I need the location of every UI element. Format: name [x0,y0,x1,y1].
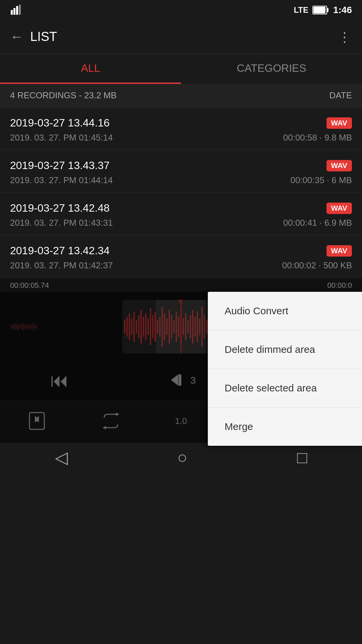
recording-meta-2: 00:00:35 · 6 MB [290,175,352,185]
dropdown-delete-selected[interactable]: Delete selected area [208,369,362,408]
page-title: LIST [30,30,338,44]
recording-meta-3: 00:00:41 · 6.9 MB [283,218,352,228]
dropdown-merge[interactable]: Merge [208,408,362,446]
battery-icon [312,5,329,15]
status-bar-right: LTE 1:46 [294,5,352,15]
lte-indicator: LTE [294,5,308,15]
back-button[interactable]: ← [10,29,23,44]
status-bar-left [10,4,22,16]
waveform-end-time: 00:00:0 [327,281,352,290]
nav-bar: ◁ ○ □ [0,441,362,474]
dropdown-audio-convert[interactable]: Audio Convert [208,292,362,330]
svg-rect-1 [13,8,15,15]
wav-badge-2: WAV [326,160,352,171]
recording-item-1[interactable]: 2019-03-27 13.44.16 WAV 2019. 03. 27. PM… [0,107,362,150]
date-label: DATE [329,90,352,101]
recording-name-2: 2019-03-27 13.43.37 [10,159,110,172]
dropdown-delete-dimmed[interactable]: Delete dimmed area [208,330,362,369]
svg-rect-2 [16,6,18,15]
svg-rect-3 [19,5,21,15]
recording-meta-1: 00:00:58 · 9.8 MB [283,132,352,143]
tabs: ALL CATEGORIES [0,54,362,84]
recording-item-2[interactable]: 2019-03-27 13.43.37 WAV 2019. 03. 27. PM… [0,150,362,193]
recording-date-4: 2019. 03. 27. PM 01:42:37 [10,260,113,271]
back-nav-button[interactable]: ◁ [55,448,68,467]
recording-date-2: 2019. 03. 27. PM 01:44:14 [10,175,113,185]
dropdown-menu: Audio Convert Delete dimmed area Delete … [208,292,362,446]
wav-badge-3: WAV [326,203,352,214]
recording-item-4[interactable]: 2019-03-27 13.42.34 WAV 2019. 03. 27. PM… [0,235,362,278]
dropdown-overlay [0,292,208,443]
recording-date-3: 2019. 03. 27. PM 01:43:31 [10,218,113,228]
menu-button[interactable]: ⋮ [338,29,352,45]
home-nav-button[interactable]: ○ [177,448,187,467]
wav-badge-1: WAV [326,117,352,129]
svg-rect-0 [11,10,13,15]
waveform-times: 00:00:05.74 00:00:0 [0,278,362,293]
tab-categories[interactable]: CATEGORIES [181,54,362,84]
waveform-start-time: 00:00:05.74 [10,281,49,290]
recording-item-3[interactable]: 2019-03-27 13.42.48 WAV 2019. 03. 27. PM… [0,193,362,235]
recordings-count: 4 RECORDINGS - 23.2 MB [10,90,117,101]
recording-meta-4: 00:00:02 · 500 KB [282,260,352,271]
signal-icon [10,4,22,16]
recording-name-3: 2019-03-27 13.42.48 [10,202,110,214]
recent-nav-button[interactable]: □ [297,448,307,467]
svg-rect-6 [313,7,325,13]
svg-rect-5 [327,8,328,12]
status-bar: LTE 1:46 [0,0,362,20]
wav-badge-4: WAV [326,245,352,257]
tab-all[interactable]: ALL [0,54,181,84]
time-display: 1:46 [333,5,352,15]
recording-date-1: 2019. 03. 27. PM 01:45:14 [10,132,113,143]
recordings-header: 4 RECORDINGS - 23.2 MB DATE [0,84,362,107]
recording-name-1: 2019-03-27 13.44.16 [10,117,110,129]
header: ← LIST ⋮ [0,20,362,54]
recording-name-4: 2019-03-27 13.42.34 [10,245,110,257]
